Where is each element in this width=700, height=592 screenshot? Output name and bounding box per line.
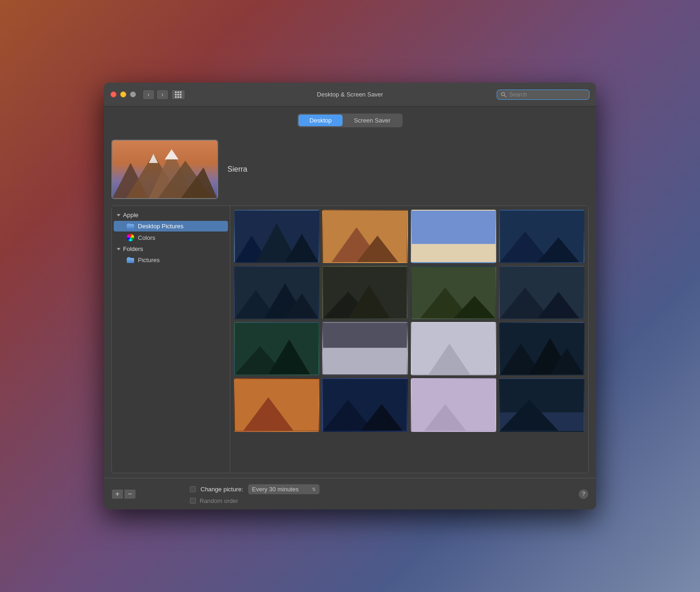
- svg-rect-0: [175, 91, 177, 93]
- change-picture-label: Change picture:: [201, 486, 243, 493]
- forward-button[interactable]: ›: [156, 90, 169, 100]
- zoom-button[interactable]: [130, 91, 136, 97]
- wallpaper-thumb[interactable]: [499, 266, 584, 319]
- nav-buttons: ‹ ›: [143, 90, 169, 100]
- sidebar: Apple Desktop Pictures Colors Fold: [112, 206, 230, 473]
- svg-rect-27: [412, 244, 495, 262]
- wallpaper-thumb[interactable]: [411, 378, 496, 431]
- tabs-area: Desktop Screen Saver: [104, 107, 596, 132]
- search-bar[interactable]: [497, 90, 590, 100]
- grid-icon: [175, 91, 181, 98]
- sidebar-item-pictures[interactable]: Pictures: [114, 255, 228, 265]
- wallpaper-thumb[interactable]: [322, 266, 408, 319]
- preview-thumbnail: [111, 140, 218, 199]
- add-button[interactable]: +: [111, 489, 123, 499]
- svg-rect-7: [177, 96, 179, 98]
- svg-point-9: [501, 92, 505, 96]
- wallpaper-thumb[interactable]: [499, 322, 584, 375]
- svg-line-10: [505, 95, 506, 97]
- wallpaper-thumb[interactable]: [234, 266, 319, 319]
- svg-rect-4: [177, 94, 179, 96]
- search-icon: [501, 92, 506, 97]
- titlebar: ‹ › Desktop & Screen Saver: [104, 83, 596, 107]
- random-order-row: Random order: [190, 497, 320, 504]
- folder-icon-pictures: [127, 257, 134, 263]
- preview-label: Sierra: [227, 165, 247, 174]
- help-button[interactable]: ?: [578, 489, 589, 499]
- random-order-checkbox[interactable]: [190, 498, 196, 504]
- svg-rect-3: [175, 94, 177, 96]
- random-order-label: Random order: [200, 497, 238, 504]
- wallpaper-thumb[interactable]: [411, 266, 496, 319]
- preview-area: Sierra: [111, 132, 589, 206]
- svg-rect-48: [323, 348, 407, 374]
- search-input[interactable]: [509, 91, 585, 98]
- svg-rect-6: [175, 96, 177, 98]
- remove-button[interactable]: −: [124, 489, 136, 499]
- tab-desktop[interactable]: Desktop: [298, 115, 343, 126]
- traffic-lights: [110, 91, 136, 97]
- back-button[interactable]: ‹: [143, 90, 155, 100]
- wallpaper-grid-area: [230, 206, 588, 473]
- window-title: Desktop & Screen Saver: [317, 91, 383, 98]
- sidebar-item-desktop-pictures[interactable]: Desktop Pictures: [114, 221, 228, 232]
- interval-label: Every 30 minutes: [252, 486, 308, 493]
- triangle-icon: [117, 214, 121, 216]
- svg-rect-2: [180, 91, 182, 93]
- segmented-control: Desktop Screen Saver: [297, 113, 403, 128]
- svg-rect-8: [180, 96, 182, 98]
- colors-icon: [127, 234, 134, 241]
- wallpaper-thumb[interactable]: [234, 322, 319, 375]
- sidebar-section-apple[interactable]: Apple: [112, 210, 230, 220]
- change-picture-area: Change picture: Every 30 minutes ⇅: [190, 484, 320, 495]
- sidebar-grid-container: Apple Desktop Pictures Colors Fold: [111, 206, 589, 473]
- wallpaper-thumb[interactable]: [234, 378, 319, 431]
- wallpaper-thumb[interactable]: [411, 322, 496, 375]
- wallpaper-thumb[interactable]: [322, 322, 408, 375]
- wallpaper-thumb[interactable]: [322, 210, 408, 263]
- svg-rect-1: [177, 91, 179, 93]
- change-picture-checkbox[interactable]: [190, 486, 196, 492]
- wallpaper-thumb[interactable]: [411, 210, 496, 263]
- sidebar-section-folders[interactable]: Folders: [112, 244, 230, 254]
- grid-view-button[interactable]: [171, 90, 185, 100]
- main-content: Sierra Apple Desktop Pictures: [104, 132, 596, 478]
- preview-svg: [112, 141, 217, 198]
- wallpaper-thumb[interactable]: [499, 210, 584, 263]
- tab-screen-saver[interactable]: Screen Saver: [343, 115, 402, 126]
- folder-icon: [127, 223, 134, 229]
- preview-image: [112, 141, 217, 198]
- wallpaper-thumb[interactable]: [322, 378, 408, 431]
- sidebar-item-colors[interactable]: Colors: [114, 232, 228, 243]
- dropdown-arrows-icon: ⇅: [312, 487, 316, 492]
- wallpaper-thumb[interactable]: [234, 210, 319, 263]
- wallpaper-grid: [234, 210, 584, 432]
- wallpaper-thumb[interactable]: [499, 378, 584, 431]
- interval-dropdown[interactable]: Every 30 minutes ⇅: [248, 484, 320, 495]
- svg-rect-47: [323, 323, 407, 348]
- minimize-button[interactable]: [120, 91, 126, 97]
- add-remove-buttons: + −: [111, 489, 136, 499]
- bottom-bar: + − Change picture: Every 30 minutes ⇅ R…: [104, 478, 596, 509]
- close-button[interactable]: [110, 91, 117, 97]
- bottom-right-controls: ?: [578, 489, 589, 499]
- main-window: ‹ › Desktop & Screen Saver: [104, 83, 596, 509]
- change-picture-stack: Change picture: Every 30 minutes ⇅ Rando…: [143, 484, 320, 504]
- triangle-icon-folders: [117, 248, 121, 250]
- svg-rect-5: [180, 94, 182, 96]
